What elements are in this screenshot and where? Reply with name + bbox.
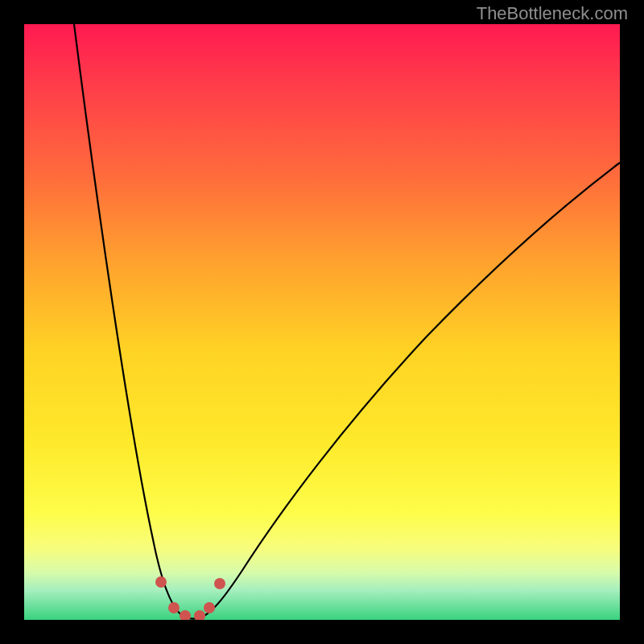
curve-marker bbox=[194, 610, 205, 620]
curve-marker bbox=[180, 610, 191, 620]
curve-marker bbox=[155, 576, 167, 588]
watermark-text: TheBottleneck.com bbox=[477, 3, 628, 24]
chart-curve bbox=[24, 24, 620, 620]
curve-right-branch bbox=[201, 163, 620, 617]
curve-marker bbox=[168, 602, 180, 613]
chart-plot-area bbox=[24, 24, 620, 620]
curve-left-branch bbox=[74, 24, 185, 617]
curve-marker bbox=[214, 578, 225, 589]
curve-marker-group bbox=[155, 576, 225, 620]
curve-marker bbox=[204, 602, 215, 613]
